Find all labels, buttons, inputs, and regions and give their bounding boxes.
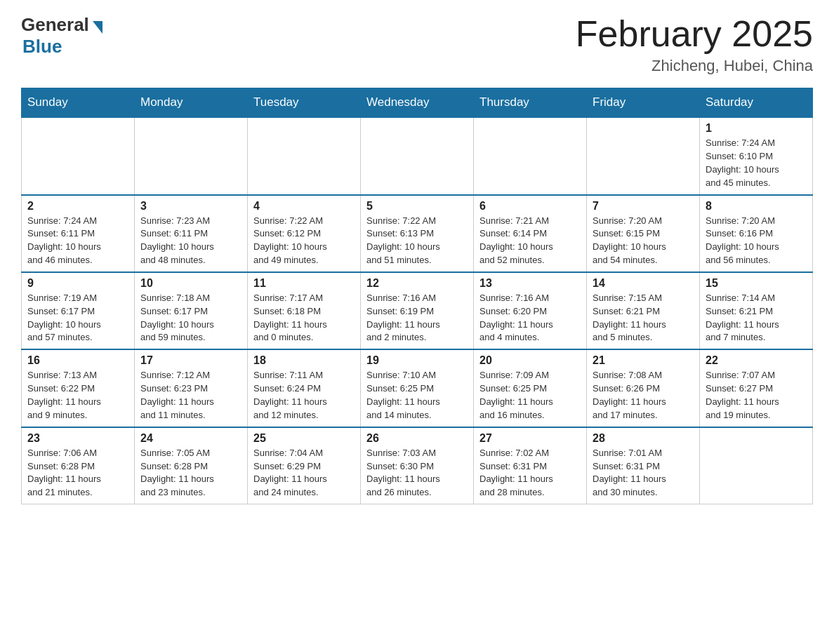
day-number: 13 [479, 277, 581, 290]
day-number: 23 [27, 432, 128, 445]
calendar-cell: 15Sunrise: 7:14 AMSunset: 6:21 PMDayligh… [700, 272, 813, 349]
day-info: Sunrise: 7:16 AMSunset: 6:20 PMDaylight:… [479, 292, 581, 344]
weekday-header-saturday: Saturday [700, 88, 813, 118]
calendar-cell [248, 117, 361, 194]
weekday-header-thursday: Thursday [474, 88, 587, 118]
day-info: Sunrise: 7:11 AMSunset: 6:24 PMDaylight:… [253, 369, 355, 422]
title-block: February 2025 Zhicheng, Hubei, China [576, 14, 813, 75]
calendar-cell: 13Sunrise: 7:16 AMSunset: 6:20 PMDayligh… [474, 272, 587, 349]
page-header: General Blue February 2025 Zhicheng, Hub… [21, 14, 813, 75]
day-info: Sunrise: 7:13 AMSunset: 6:22 PMDaylight:… [27, 369, 128, 422]
day-number: 7 [593, 200, 694, 213]
day-number: 15 [706, 277, 807, 290]
calendar-cell: 3Sunrise: 7:23 AMSunset: 6:11 PMDaylight… [135, 195, 248, 272]
day-number: 1 [706, 122, 807, 135]
day-info: Sunrise: 7:24 AMSunset: 6:10 PMDaylight:… [706, 137, 807, 189]
calendar-cell: 11Sunrise: 7:17 AMSunset: 6:18 PMDayligh… [248, 272, 361, 349]
day-info: Sunrise: 7:07 AMSunset: 6:27 PMDaylight:… [706, 369, 807, 422]
day-number: 9 [27, 277, 128, 290]
calendar-cell: 4Sunrise: 7:22 AMSunset: 6:12 PMDaylight… [248, 195, 361, 272]
day-number: 24 [140, 432, 241, 445]
calendar-cell: 22Sunrise: 7:07 AMSunset: 6:27 PMDayligh… [700, 349, 813, 427]
day-info: Sunrise: 7:16 AMSunset: 6:19 PMDaylight:… [366, 292, 468, 344]
day-number: 20 [479, 354, 581, 367]
calendar-table: SundayMondayTuesdayWednesdayThursdayFrid… [21, 88, 813, 504]
day-info: Sunrise: 7:02 AMSunset: 6:31 PMDaylight:… [479, 447, 581, 499]
calendar-cell: 19Sunrise: 7:10 AMSunset: 6:25 PMDayligh… [361, 349, 474, 427]
calendar-cell: 1Sunrise: 7:24 AMSunset: 6:10 PMDaylight… [700, 117, 813, 194]
calendar-cell: 6Sunrise: 7:21 AMSunset: 6:14 PMDaylight… [474, 195, 587, 272]
weekday-header-friday: Friday [587, 88, 700, 118]
day-info: Sunrise: 7:10 AMSunset: 6:25 PMDaylight:… [366, 369, 468, 422]
day-number: 4 [253, 200, 355, 213]
calendar-cell: 17Sunrise: 7:12 AMSunset: 6:23 PMDayligh… [135, 349, 248, 427]
day-info: Sunrise: 7:20 AMSunset: 6:16 PMDaylight:… [706, 215, 807, 267]
day-number: 10 [140, 277, 241, 290]
day-info: Sunrise: 7:22 AMSunset: 6:13 PMDaylight:… [366, 215, 468, 267]
logo-general-text: General [21, 14, 89, 36]
weekday-header-sunday: Sunday [22, 88, 135, 118]
day-info: Sunrise: 7:22 AMSunset: 6:12 PMDaylight:… [253, 215, 355, 267]
calendar-cell: 21Sunrise: 7:08 AMSunset: 6:26 PMDayligh… [587, 349, 700, 427]
day-info: Sunrise: 7:18 AMSunset: 6:17 PMDaylight:… [140, 292, 241, 344]
day-info: Sunrise: 7:15 AMSunset: 6:21 PMDaylight:… [593, 292, 694, 344]
day-number: 3 [140, 200, 241, 213]
day-number: 12 [366, 277, 468, 290]
calendar-week-4: 16Sunrise: 7:13 AMSunset: 6:22 PMDayligh… [22, 349, 813, 427]
day-number: 25 [253, 432, 355, 445]
day-number: 14 [593, 277, 694, 290]
month-title: February 2025 [576, 14, 813, 54]
day-info: Sunrise: 7:03 AMSunset: 6:30 PMDaylight:… [366, 447, 468, 499]
weekday-header-wednesday: Wednesday [361, 88, 474, 118]
calendar-cell [474, 117, 587, 194]
weekday-header-row: SundayMondayTuesdayWednesdayThursdayFrid… [22, 88, 813, 118]
calendar-cell: 10Sunrise: 7:18 AMSunset: 6:17 PMDayligh… [135, 272, 248, 349]
day-number: 19 [366, 354, 468, 367]
calendar-cell: 28Sunrise: 7:01 AMSunset: 6:31 PMDayligh… [587, 427, 700, 504]
calendar-cell: 14Sunrise: 7:15 AMSunset: 6:21 PMDayligh… [587, 272, 700, 349]
day-number: 26 [366, 432, 468, 445]
calendar-week-5: 23Sunrise: 7:06 AMSunset: 6:28 PMDayligh… [22, 427, 813, 504]
calendar-cell: 2Sunrise: 7:24 AMSunset: 6:11 PMDaylight… [22, 195, 135, 272]
calendar-cell: 9Sunrise: 7:19 AMSunset: 6:17 PMDaylight… [22, 272, 135, 349]
calendar-cell [135, 117, 248, 194]
day-number: 17 [140, 354, 241, 367]
day-number: 28 [593, 432, 694, 445]
day-info: Sunrise: 7:04 AMSunset: 6:29 PMDaylight:… [253, 447, 355, 499]
day-number: 18 [253, 354, 355, 367]
calendar-week-1: 1Sunrise: 7:24 AMSunset: 6:10 PMDaylight… [22, 117, 813, 194]
calendar-cell: 24Sunrise: 7:05 AMSunset: 6:28 PMDayligh… [135, 427, 248, 504]
day-info: Sunrise: 7:20 AMSunset: 6:15 PMDaylight:… [593, 215, 694, 267]
logo-arrow-icon [93, 21, 102, 34]
day-info: Sunrise: 7:17 AMSunset: 6:18 PMDaylight:… [253, 292, 355, 344]
location-subtitle: Zhicheng, Hubei, China [576, 57, 813, 75]
weekday-header-monday: Monday [135, 88, 248, 118]
calendar-cell: 12Sunrise: 7:16 AMSunset: 6:19 PMDayligh… [361, 272, 474, 349]
logo-blue-text: Blue [22, 36, 62, 58]
calendar-cell [587, 117, 700, 194]
calendar-week-3: 9Sunrise: 7:19 AMSunset: 6:17 PMDaylight… [22, 272, 813, 349]
calendar-week-2: 2Sunrise: 7:24 AMSunset: 6:11 PMDaylight… [22, 195, 813, 272]
calendar-cell: 8Sunrise: 7:20 AMSunset: 6:16 PMDaylight… [700, 195, 813, 272]
day-info: Sunrise: 7:01 AMSunset: 6:31 PMDaylight:… [593, 447, 694, 499]
calendar-cell [361, 117, 474, 194]
day-info: Sunrise: 7:21 AMSunset: 6:14 PMDaylight:… [479, 215, 581, 267]
day-info: Sunrise: 7:06 AMSunset: 6:28 PMDaylight:… [27, 447, 128, 499]
calendar-cell: 18Sunrise: 7:11 AMSunset: 6:24 PMDayligh… [248, 349, 361, 427]
weekday-header-tuesday: Tuesday [248, 88, 361, 118]
day-info: Sunrise: 7:23 AMSunset: 6:11 PMDaylight:… [140, 215, 241, 267]
calendar-cell: 20Sunrise: 7:09 AMSunset: 6:25 PMDayligh… [474, 349, 587, 427]
day-number: 2 [27, 200, 128, 213]
day-info: Sunrise: 7:08 AMSunset: 6:26 PMDaylight:… [593, 369, 694, 422]
day-info: Sunrise: 7:09 AMSunset: 6:25 PMDaylight:… [479, 369, 581, 422]
day-number: 8 [706, 200, 807, 213]
logo: General Blue [21, 14, 102, 58]
calendar-cell: 23Sunrise: 7:06 AMSunset: 6:28 PMDayligh… [22, 427, 135, 504]
day-number: 5 [366, 200, 468, 213]
day-info: Sunrise: 7:19 AMSunset: 6:17 PMDaylight:… [27, 292, 128, 344]
day-number: 6 [479, 200, 581, 213]
calendar-cell: 26Sunrise: 7:03 AMSunset: 6:30 PMDayligh… [361, 427, 474, 504]
calendar-cell [22, 117, 135, 194]
day-number: 22 [706, 354, 807, 367]
day-info: Sunrise: 7:24 AMSunset: 6:11 PMDaylight:… [27, 215, 128, 267]
